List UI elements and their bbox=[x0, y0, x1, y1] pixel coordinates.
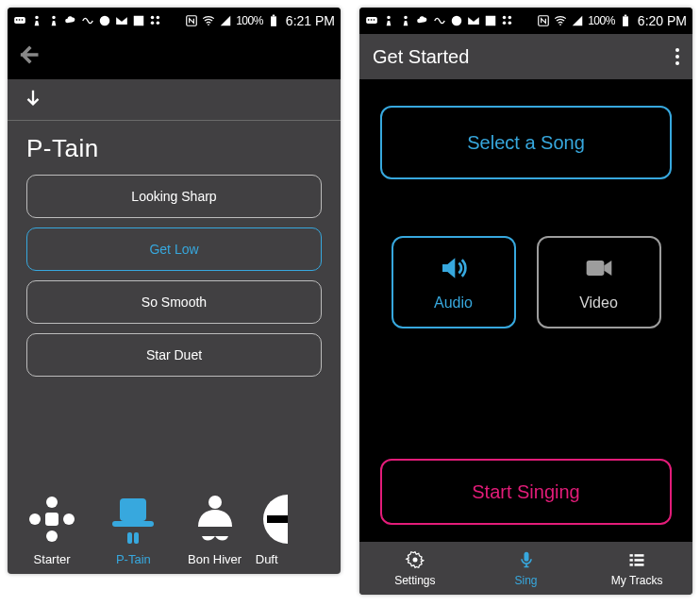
battery-text: 100% bbox=[588, 14, 615, 27]
character-item[interactable]: P-Tain bbox=[92, 492, 174, 566]
song-item[interactable]: Star Duet bbox=[26, 333, 322, 377]
svg-rect-49 bbox=[630, 564, 633, 566]
nav-settings[interactable]: Settings bbox=[359, 542, 471, 595]
song-label: Star Duet bbox=[146, 347, 202, 362]
battery-icon bbox=[619, 14, 632, 27]
svg-rect-42 bbox=[586, 261, 604, 276]
audio-mode-button[interactable]: Audio bbox=[392, 236, 516, 328]
gear-icon bbox=[405, 550, 425, 572]
video-mode-button[interactable]: Video bbox=[537, 236, 661, 328]
page-title: Get Started bbox=[373, 46, 469, 68]
nav-label: Sing bbox=[514, 574, 537, 587]
grid-icon bbox=[501, 14, 514, 27]
svg-rect-14 bbox=[273, 15, 275, 17]
duft-icon bbox=[256, 492, 289, 547]
app-icon bbox=[450, 14, 463, 27]
wave-icon bbox=[81, 14, 94, 27]
phone-left: 100% 6:21 PM P-Tain Looking Sharp Get Lo… bbox=[8, 8, 341, 574]
back-button[interactable] bbox=[15, 42, 42, 72]
battery-icon bbox=[267, 14, 280, 27]
phone-right: 100% 6:20 PM Get Started Select a Song A… bbox=[359, 8, 692, 595]
mail-icon bbox=[467, 14, 480, 27]
character-item[interactable]: Bon Hiver bbox=[175, 492, 256, 566]
starter-icon bbox=[25, 492, 78, 547]
svg-rect-29 bbox=[371, 19, 372, 20]
status-bar: 100% 6:20 PM bbox=[359, 8, 692, 34]
audio-label: Audio bbox=[434, 295, 473, 311]
video-label: Video bbox=[579, 295, 618, 311]
status-time: 6:20 PM bbox=[638, 13, 687, 28]
battery-text: 100% bbox=[236, 14, 263, 27]
song-item[interactable]: Get Low bbox=[26, 227, 322, 271]
character-item[interactable]: Duft bbox=[256, 492, 289, 566]
svg-rect-22 bbox=[127, 532, 132, 544]
song-item[interactable]: So Smooth bbox=[26, 280, 322, 324]
svg-point-8 bbox=[157, 16, 160, 20]
chess-icon bbox=[30, 14, 43, 27]
cloud-icon bbox=[64, 14, 77, 27]
svg-rect-28 bbox=[368, 19, 369, 20]
wave-icon bbox=[433, 14, 446, 27]
svg-rect-6 bbox=[134, 16, 144, 26]
collapse-icon[interactable] bbox=[23, 88, 43, 112]
song-list: Looking Sharp Get Low So Smooth Star Due… bbox=[8, 175, 341, 377]
app-bar: Get Started bbox=[359, 34, 692, 79]
select-song-button[interactable]: Select a Song bbox=[380, 106, 672, 179]
svg-point-34 bbox=[503, 16, 507, 20]
sub-bar bbox=[8, 79, 341, 121]
svg-rect-40 bbox=[623, 16, 628, 25]
svg-rect-15 bbox=[45, 513, 58, 526]
mic-icon bbox=[516, 550, 537, 572]
signal-icon bbox=[571, 14, 584, 27]
nav-label: Settings bbox=[394, 574, 435, 587]
svg-point-18 bbox=[29, 513, 41, 525]
svg-rect-26 bbox=[267, 515, 289, 523]
character-label: Duft bbox=[256, 552, 278, 566]
character-item[interactable]: Starter bbox=[11, 492, 92, 566]
svg-point-24 bbox=[208, 496, 222, 509]
character-row: Starter P-Tain Bon Hiver Duft bbox=[8, 492, 341, 574]
svg-rect-44 bbox=[524, 551, 528, 561]
cloud-icon bbox=[416, 14, 429, 27]
nav-tracks[interactable]: My Tracks bbox=[581, 542, 692, 595]
svg-rect-47 bbox=[630, 559, 633, 562]
nav-sing[interactable]: Sing bbox=[471, 542, 582, 595]
status-bar: 100% 6:21 PM bbox=[8, 8, 341, 34]
mail-icon bbox=[115, 14, 128, 27]
chess-icon-2 bbox=[399, 14, 412, 27]
status-time: 6:21 PM bbox=[286, 13, 335, 28]
wifi-icon bbox=[554, 14, 567, 27]
svg-point-31 bbox=[452, 16, 462, 26]
svg-point-7 bbox=[151, 16, 155, 20]
song-label: Looking Sharp bbox=[131, 189, 216, 204]
main-body: Select a Song Audio Video Start Singing bbox=[359, 79, 692, 542]
svg-rect-50 bbox=[635, 564, 644, 566]
app-bar bbox=[8, 34, 341, 79]
list-icon bbox=[626, 550, 647, 572]
sms-icon bbox=[365, 14, 378, 27]
svg-rect-3 bbox=[22, 19, 23, 20]
svg-rect-1 bbox=[16, 19, 17, 20]
mode-row: Audio Video bbox=[380, 236, 672, 328]
start-singing-button[interactable]: Start Singing bbox=[380, 459, 672, 525]
box-icon bbox=[484, 14, 497, 27]
song-label: So Smooth bbox=[142, 295, 207, 310]
wifi-icon bbox=[202, 14, 215, 27]
select-song-label: Select a Song bbox=[467, 132, 585, 154]
svg-point-39 bbox=[559, 24, 561, 25]
svg-rect-30 bbox=[374, 19, 375, 20]
svg-rect-13 bbox=[271, 16, 276, 25]
chess-icon-2 bbox=[47, 14, 60, 27]
box-icon bbox=[132, 14, 145, 27]
app-icon bbox=[98, 14, 111, 27]
svg-point-16 bbox=[46, 497, 58, 508]
song-item[interactable]: Looking Sharp bbox=[26, 175, 322, 218]
signal-icon bbox=[219, 14, 232, 27]
bonhiver-icon bbox=[189, 492, 242, 547]
svg-point-9 bbox=[151, 22, 155, 25]
svg-rect-2 bbox=[19, 19, 20, 20]
svg-rect-33 bbox=[486, 16, 496, 26]
overflow-menu-icon[interactable] bbox=[675, 48, 679, 65]
svg-rect-46 bbox=[635, 554, 644, 557]
svg-rect-45 bbox=[630, 554, 633, 557]
